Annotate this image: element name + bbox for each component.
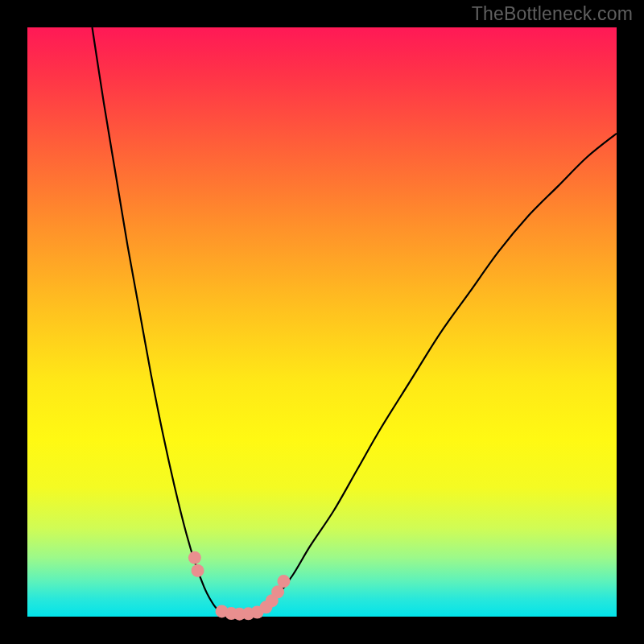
watermark-text: TheBottleneck.com — [472, 3, 633, 25]
chart-frame: TheBottleneck.com — [0, 0, 644, 644]
curve-marker — [277, 575, 290, 588]
curve-marker — [188, 551, 201, 564]
plot-area — [27, 27, 617, 617]
curve-marker — [192, 564, 204, 577]
bottleneck-curve — [93, 27, 617, 614]
curve-svg — [27, 27, 617, 617]
